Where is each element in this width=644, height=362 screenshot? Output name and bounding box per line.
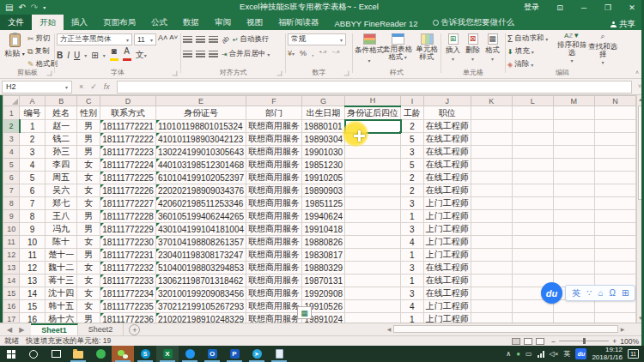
cell-F17[interactable]: 联想商用服务: [246, 313, 302, 323]
conditional-formatting-button[interactable]: 条件格式 ▾: [354, 31, 385, 64]
cell-L2[interactable]: [512, 120, 553, 133]
column-header-N[interactable]: N: [594, 96, 635, 106]
enter-icon[interactable]: ✓: [90, 82, 97, 91]
cell-I10[interactable]: 3: [401, 223, 424, 236]
cell-H8[interactable]: [345, 197, 401, 210]
cell-L17[interactable]: [512, 313, 553, 323]
cell-N12[interactable]: [594, 249, 635, 262]
cell-J1[interactable]: 职位: [423, 106, 471, 120]
cell-B9[interactable]: 王八: [45, 210, 77, 223]
cell-I11[interactable]: 4: [401, 236, 424, 249]
select-all-corner[interactable]: [3, 96, 20, 106]
cell-G14[interactable]: 19870131: [302, 275, 345, 287]
cell-N13[interactable]: [594, 262, 635, 275]
sheet-tab-sheet2[interactable]: Sheet2: [78, 323, 125, 335]
column-header-E[interactable]: E: [155, 96, 246, 106]
cell-D9[interactable]: 18111772228: [100, 210, 156, 223]
cell-C3[interactable]: 男: [77, 133, 100, 146]
cell-H17[interactable]: [345, 313, 401, 323]
cell-C17[interactable]: 男: [77, 313, 100, 323]
cell-B8[interactable]: 郑七: [45, 197, 77, 210]
cell-K6[interactable]: [471, 172, 512, 184]
cell-J10[interactable]: 上门工程师: [423, 223, 471, 236]
cell-F10[interactable]: 联想商用服务: [246, 223, 302, 236]
cell-C6[interactable]: 女: [77, 172, 100, 184]
cell-H13[interactable]: [345, 262, 401, 275]
presentation-app-taskbar-button[interactable]: P: [223, 346, 246, 362]
cell-E7[interactable]: 220202198909034376: [155, 184, 246, 197]
font-color-icon[interactable]: A: [123, 48, 131, 62]
ribbon-tab-6[interactable]: 数据: [175, 15, 207, 30]
cell-H1[interactable]: 身份证后四位: [345, 106, 401, 120]
cell-I4[interactable]: 3: [401, 146, 424, 159]
cell-F11[interactable]: 联想商用服务: [246, 236, 302, 249]
cell-K3[interactable]: [471, 133, 512, 146]
cell-C15[interactable]: 女: [77, 287, 100, 300]
cell-J16[interactable]: 上门工程师: [423, 300, 471, 313]
zoom-slider-thumb[interactable]: [583, 338, 586, 344]
cell-M17[interactable]: [553, 313, 594, 323]
cell-N8[interactable]: [594, 197, 635, 210]
cell-H4[interactable]: [345, 146, 401, 159]
alignment-dialog-launcher-icon[interactable]: [277, 71, 283, 76]
task-view-taskbar-button[interactable]: [45, 346, 67, 362]
cell-D14[interactable]: 18111772233: [100, 275, 156, 287]
row-header-5[interactable]: 5: [3, 159, 20, 172]
cell-F16[interactable]: 联想商用服务: [246, 300, 302, 313]
cell-B16[interactable]: 韩十五: [45, 300, 77, 313]
cell-K12[interactable]: [471, 249, 512, 262]
cell-I15[interactable]: 3: [401, 287, 424, 300]
ribbon-tab-2[interactable]: 开始: [32, 15, 64, 30]
ribbon-tab-7[interactable]: 审阅: [207, 15, 239, 30]
cell-L1[interactable]: [512, 106, 553, 120]
cell-C7[interactable]: 女: [77, 184, 100, 197]
grow-font-icon[interactable]: A˄: [158, 33, 167, 45]
cell-M4[interactable]: [553, 146, 594, 159]
undo-icon[interactable]: ↶: [18, 3, 25, 12]
cell-J5[interactable]: 在线工程师: [423, 159, 471, 172]
row-header-10[interactable]: 10: [3, 223, 20, 236]
cell-G10[interactable]: 19910418: [302, 223, 345, 236]
cell-styles-button[interactable]: 单元格样式: [413, 31, 440, 61]
ribbon-tab-1[interactable]: 文件: [0, 15, 32, 30]
cell-F9[interactable]: 联想商用服务: [246, 210, 302, 223]
save-icon[interactable]: ▤: [5, 3, 13, 12]
zoom-slider[interactable]: [559, 341, 609, 341]
cell-C12[interactable]: 男: [77, 249, 100, 262]
cell-J6[interactable]: 在线工程师: [423, 172, 471, 184]
cell-K10[interactable]: [471, 223, 512, 236]
cell-G3[interactable]: 19890304: [302, 133, 345, 146]
row-header-6[interactable]: 6: [3, 172, 20, 184]
cell-M9[interactable]: [553, 210, 594, 223]
cell-E4[interactable]: 130224199010305643: [155, 146, 246, 159]
cell-C8[interactable]: 女: [77, 197, 100, 210]
bird-app-taskbar-button[interactable]: ➤: [246, 346, 268, 362]
cell-F14[interactable]: 联想商用服务: [246, 275, 302, 287]
cell-B10[interactable]: 冯九: [45, 223, 77, 236]
cell-E5[interactable]: 440103198512301468: [155, 159, 246, 172]
cell-A4[interactable]: 3: [20, 146, 45, 159]
cell-F5[interactable]: 联想商用服务: [246, 159, 302, 172]
row-header-15[interactable]: 15: [3, 287, 20, 300]
sign-in-button[interactable]: 登录: [524, 2, 539, 13]
cell-N17[interactable]: [594, 313, 635, 323]
horizontal-scrollbar[interactable]: ◀ ▶: [385, 324, 627, 334]
cell-N1[interactable]: [594, 106, 635, 120]
column-header-L[interactable]: L: [512, 96, 553, 106]
cell-E9[interactable]: 360105199406244265: [155, 210, 246, 223]
cell-E3[interactable]: 410101198903042123: [155, 133, 246, 146]
column-header-B[interactable]: B: [45, 96, 77, 106]
cell-H6[interactable]: [345, 172, 401, 184]
align-top-icon[interactable]: [183, 36, 192, 43]
cell-I14[interactable]: 1: [401, 275, 424, 287]
cell-F15[interactable]: 联想商用服务: [246, 287, 302, 300]
zoom-level[interactable]: 100%: [620, 337, 639, 346]
new-sheet-button[interactable]: +: [129, 324, 140, 335]
ribbon-tab-3[interactable]: 插入: [64, 15, 95, 30]
sheet-nav-left-icon[interactable]: ◀: [7, 326, 12, 334]
close-icon[interactable]: ✕: [620, 2, 644, 14]
cell-A2[interactable]: 1: [20, 120, 45, 133]
cell-M8[interactable]: [553, 197, 594, 210]
cell-M10[interactable]: [553, 223, 594, 236]
cell-F2[interactable]: 联想商用服务: [246, 120, 302, 133]
